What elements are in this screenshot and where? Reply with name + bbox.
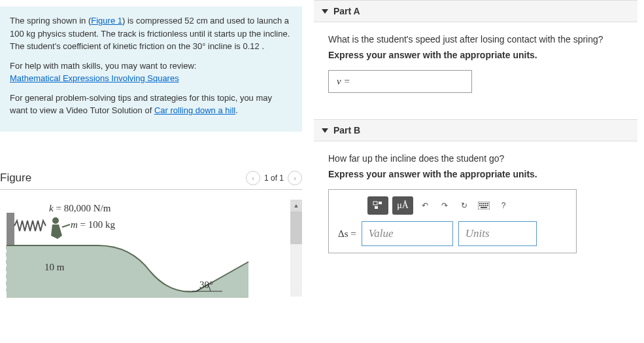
svg-rect-12 xyxy=(483,203,484,204)
collapse-icon xyxy=(322,9,328,14)
prev-figure-button[interactable]: ‹ xyxy=(246,171,260,185)
figure-diagram: k = 80,000 N/m m = 100 kg 10 m 30° xyxy=(0,200,275,298)
part-a-question: What is the student's speed just after l… xyxy=(328,34,623,45)
part-b-variable: Δs = xyxy=(338,228,356,240)
svg-rect-15 xyxy=(479,205,481,206)
help-button[interactable]: ? xyxy=(496,196,511,215)
video-tutor-link[interactable]: Car rolling down a hill xyxy=(154,105,235,115)
mass-label: m = 100 kg xyxy=(71,219,115,230)
math-skills-link[interactable]: Mathematical Expressions Involving Squar… xyxy=(10,73,179,83)
problem-text-1a: The spring shown in ( xyxy=(10,16,91,26)
value-input[interactable]: Value xyxy=(362,221,453,246)
template-tool-button[interactable] xyxy=(367,196,388,215)
figure-pager: ‹ 1 of 1 › xyxy=(246,171,302,185)
part-b-title: Part B xyxy=(333,125,360,135)
svg-rect-13 xyxy=(485,203,486,204)
svg-rect-14 xyxy=(487,203,488,204)
part-a-header[interactable]: Part A xyxy=(314,0,637,22)
svg-rect-0 xyxy=(7,213,14,245)
figure-link[interactable]: Figure 1 xyxy=(91,16,122,26)
keyboard-button[interactable] xyxy=(476,196,492,215)
svg-rect-10 xyxy=(479,203,481,204)
scroll-up-button[interactable]: ▲ xyxy=(290,200,302,211)
redo-button[interactable]: ↷ xyxy=(437,196,452,215)
svg-rect-6 xyxy=(373,202,377,205)
svg-point-1 xyxy=(52,217,59,224)
svg-rect-16 xyxy=(481,205,483,206)
reset-button[interactable]: ↻ xyxy=(456,196,472,215)
svg-rect-7 xyxy=(379,202,382,204)
part-b-instruction: Express your answer with the appropriate… xyxy=(328,169,623,179)
figure-area: ▲ xyxy=(0,200,302,304)
pager-text: 1 of 1 xyxy=(264,173,284,183)
answer-toolbar: μÅ ↶ ↷ ↻ ? xyxy=(367,196,567,215)
svg-rect-8 xyxy=(375,206,378,209)
scroll-thumb[interactable] xyxy=(290,211,302,244)
problem-text-2: For help with math skills, you may want … xyxy=(10,61,196,71)
problem-statement: The spring shown in (Figure 1) is compre… xyxy=(0,7,302,132)
svg-rect-19 xyxy=(487,205,488,206)
part-b-question: How far up the incline does the student … xyxy=(328,153,623,164)
units-tool-button[interactable]: μÅ xyxy=(392,196,413,215)
units-input[interactable]: Units xyxy=(458,221,537,246)
undo-button[interactable]: ↶ xyxy=(417,196,433,215)
svg-rect-18 xyxy=(485,205,486,206)
figure-title: Figure xyxy=(0,172,31,185)
part-a-variable: v = xyxy=(337,76,350,86)
svg-line-2 xyxy=(62,225,70,227)
svg-rect-17 xyxy=(483,205,484,206)
part-a-answer-input[interactable]: v = xyxy=(328,70,472,93)
next-figure-button[interactable]: › xyxy=(288,171,302,185)
height-label: 10 m xyxy=(44,262,64,273)
svg-rect-20 xyxy=(481,207,487,208)
collapse-icon xyxy=(322,128,328,133)
part-b-header[interactable]: Part B xyxy=(314,119,637,141)
part-a-title: Part A xyxy=(333,6,360,16)
spring-constant-label: k = 80,000 N/m xyxy=(49,203,110,214)
angle-label: 30° xyxy=(199,280,213,291)
part-b-answer-area: μÅ ↶ ↷ ↻ ? Δs = Value Units xyxy=(328,189,577,253)
part-a-instruction: Express your answer with the appropriate… xyxy=(328,50,623,60)
svg-rect-11 xyxy=(481,203,483,204)
problem-text-3b: . xyxy=(235,105,238,115)
